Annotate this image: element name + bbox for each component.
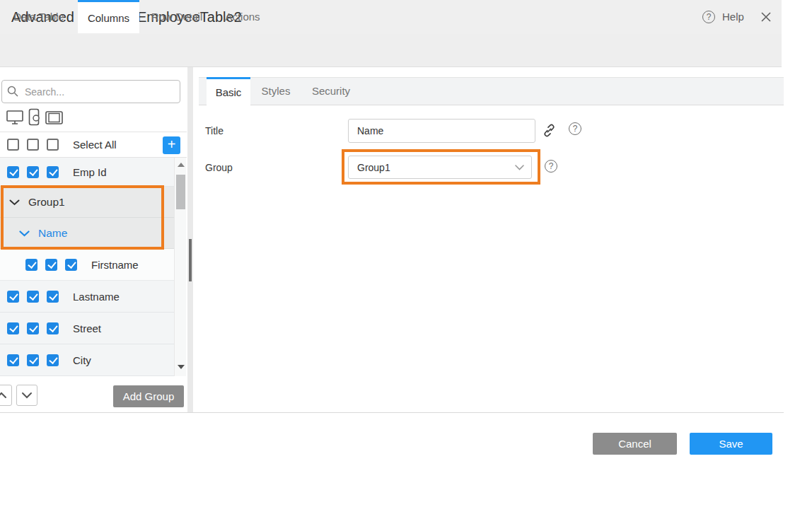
mobile-icon[interactable] — [28, 108, 40, 129]
tab-styles[interactable]: Styles — [255, 77, 297, 105]
visibility-checkbox-tablet[interactable] — [65, 259, 77, 271]
select-all-row: Select All — [0, 132, 187, 157]
visibility-checkbox-mobile[interactable] — [27, 322, 39, 334]
main-tab-strip — [0, 34, 782, 67]
select-all-checkbox-tablet[interactable] — [47, 139, 59, 151]
visibility-checkbox-desktop[interactable] — [7, 354, 19, 366]
scroll-up-icon[interactable] — [178, 163, 185, 167]
group-row-group1[interactable]: Group1 — [0, 187, 174, 218]
column-row-city[interactable]: City — [0, 344, 174, 376]
divider — [0, 412, 784, 413]
tab-data-table[interactable]: Data Table — [0, 0, 78, 33]
select-all-label: Select All — [73, 139, 117, 151]
move-up-button[interactable] — [0, 385, 12, 406]
column-label: Street — [73, 322, 101, 334]
column-row-street[interactable]: Street — [0, 313, 174, 344]
visibility-checkbox-mobile[interactable] — [45, 259, 57, 271]
visibility-checkbox-mobile[interactable] — [27, 291, 39, 303]
visibility-checkbox-tablet[interactable] — [47, 322, 59, 334]
column-label: City — [73, 354, 91, 366]
column-label: Lastname — [73, 291, 120, 303]
chevron-down-icon — [21, 392, 33, 399]
search-input[interactable] — [1, 80, 180, 103]
help-icon[interactable] — [702, 11, 715, 23]
search-icon — [7, 86, 18, 100]
group-field-label: Group — [205, 162, 233, 173]
tab-security[interactable]: Security — [303, 77, 359, 105]
select-all-checkbox-desktop[interactable] — [7, 139, 19, 151]
visibility-checkbox-desktop[interactable] — [25, 259, 37, 271]
group-label: Name — [38, 227, 67, 240]
group-row-name[interactable]: Name — [0, 218, 174, 249]
visibility-checkbox-mobile[interactable] — [27, 166, 39, 178]
close-icon[interactable] — [760, 11, 772, 23]
chevron-down-icon — [515, 165, 524, 170]
add-column-button[interactable] — [163, 136, 180, 154]
visibility-checkbox-tablet[interactable] — [47, 291, 59, 303]
scroll-down-icon[interactable] — [178, 365, 185, 369]
visibility-checkbox-desktop[interactable] — [7, 291, 19, 303]
column-row-emp-id[interactable]: Emp Id — [0, 158, 174, 187]
visibility-checkbox-desktop[interactable] — [7, 322, 19, 334]
tab-basic[interactable]: Basic — [207, 77, 250, 105]
group-dropdown-value: Group1 — [357, 162, 390, 173]
chevron-down-icon — [19, 227, 30, 240]
chevron-down-icon — [9, 196, 20, 209]
list-scrollbar[interactable] — [174, 158, 186, 376]
desktop-icon[interactable] — [6, 110, 23, 128]
column-label: Emp Id — [73, 166, 107, 178]
scrollbar-thumb[interactable] — [189, 239, 192, 281]
help-label[interactable]: Help — [722, 0, 744, 34]
chevron-up-icon — [0, 392, 7, 399]
scrollbar-thumb[interactable] — [176, 175, 185, 209]
move-down-button[interactable] — [16, 385, 37, 406]
title-field-label: Title — [205, 125, 224, 136]
column-row-lastname[interactable]: Lastname — [0, 281, 174, 313]
column-row-firstname[interactable]: Firstname — [0, 249, 174, 281]
cancel-button[interactable]: Cancel — [593, 433, 677, 455]
title-input[interactable] — [348, 119, 535, 143]
panel-scrollbar[interactable] — [187, 67, 193, 412]
add-group-button[interactable]: Add Group — [113, 385, 184, 407]
visibility-checkbox-mobile[interactable] — [27, 354, 39, 366]
group-dropdown[interactable]: Group1 — [348, 156, 532, 179]
group-label: Group1 — [28, 196, 65, 209]
group-help-icon[interactable] — [545, 160, 557, 173]
tablet-icon[interactable] — [45, 111, 63, 127]
visibility-checkbox-desktop[interactable] — [7, 166, 19, 178]
title-help-icon[interactable] — [569, 122, 581, 135]
visibility-checkbox-tablet[interactable] — [47, 166, 59, 178]
link-icon[interactable] — [542, 123, 557, 141]
visibility-checkbox-tablet[interactable] — [47, 354, 59, 366]
column-label: Firstname — [91, 259, 139, 271]
tab-columns[interactable]: Columns — [78, 0, 139, 33]
tab-actions[interactable]: Actions — [214, 0, 271, 33]
save-button[interactable]: Save — [690, 433, 772, 455]
select-all-checkbox-mobile[interactable] — [27, 139, 39, 151]
tab-row-detail[interactable]: Row Detail — [139, 0, 214, 33]
advanced-settings-dialog: Advanced Settings: EmployeeTable2 Help D… — [0, 0, 812, 507]
